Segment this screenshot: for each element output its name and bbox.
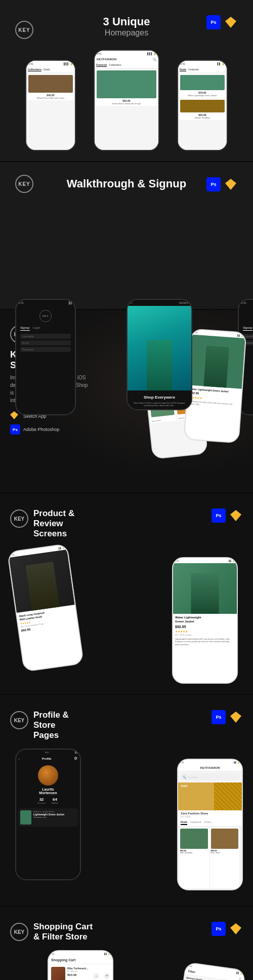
section4-title: Product & Review Screens — [33, 508, 74, 539]
key-logo-1: KEY — [15, 21, 33, 39]
profile-stats: 32 Reviews 64 Wishlist — [38, 797, 59, 804]
ps-icon-5: Ps — [212, 710, 226, 724]
product-phones-area: 9:41▌▌ 🔋 Black Long Jumpsuit With Leathe… — [10, 547, 243, 679]
status-bar-center: 9:41 ▌▌▌ 🔋 — [95, 51, 158, 57]
product-img-dark — [9, 550, 75, 613]
sketch-icon-4 — [229, 508, 243, 523]
brand-header: KEYFASHION 🔍 — [95, 57, 158, 62]
phone-profile: ‹9:41▌▌ ‹ Profile ⚙ Laurits Mortensen — [15, 749, 81, 880]
section-walkthrough: KEY Walkthrough & Signup Ps 9:41▌▌ KEY — [0, 162, 253, 309]
cart-item-1: Ribs Turtleneck... S • Women $93.56 - 1 … — [49, 964, 112, 980]
fashion-img-center — [97, 70, 156, 98]
content-area-center: $92.95 Embroidered Jacket with Fringe — [95, 68, 158, 150]
store-tabs: Deals Featured Colle... — [178, 819, 242, 827]
phone-store: 9:41▌▌ 🔋 KEYFASHION 🔍 Try search... — [177, 759, 243, 890]
cart-title: Shopping Cart — [49, 956, 112, 964]
fashion-card-right-1: $35.95 Water Lightweight Green Jacket — [179, 74, 226, 98]
nav-tabs-center: Featured Collections — [95, 62, 158, 68]
fashion-img-right-2 — [180, 100, 225, 112]
app-icons-4: Ps — [212, 508, 243, 523]
section5-header: KEY Profile & Store Pages Ps — [10, 710, 243, 740]
section4-header: KEY Product & Review Screens Ps — [10, 508, 243, 539]
wishlist-stat: 64 Wishlist — [52, 797, 59, 804]
phone-screen-right-1: 9:41 ▌▌ 🔋 Deals Featured $35.95 Water Li… — [178, 61, 227, 150]
app-icons-6: Ps — [212, 922, 243, 936]
ps-tool-icon: Ps — [10, 424, 20, 435]
fashion-card-center: $92.95 Embroidered Jacket with Fringe — [96, 69, 157, 106]
wishlist-img — [20, 810, 31, 825]
section2-title: Walkthrough & Signup — [67, 177, 186, 190]
section5-title: Profile & Store Pages — [33, 710, 69, 740]
section-product: KEY Product & Review Screens Ps 9:41▌▌ 🔋 — [0, 493, 253, 694]
section1-title-bold: 3 Unique — [103, 15, 150, 28]
qty-control: - 1 + — [93, 967, 110, 980]
fashion-card-right-2: $92.96 Wicker Handbag — [179, 99, 226, 120]
reviews-stat: 32 Reviews — [38, 797, 46, 804]
section-profile: KEY Profile & Store Pages Ps ‹9:41▌▌ ‹ — [0, 695, 253, 906]
section6-title: Shopping Cart & Filter Store — [33, 922, 93, 942]
cyan-fashion-img — [128, 306, 191, 390]
phone-right-1: 9:41 ▌▌ 🔋 Deals Featured $35.95 Water Li… — [177, 60, 228, 151]
sketch-icon-5 — [229, 710, 243, 724]
key-logo-6: KEY — [10, 923, 28, 941]
app-icons-1: Ps — [206, 15, 238, 29]
qty-plus[interactable]: + — [104, 973, 110, 979]
nav-tabs: Collections Deals — [26, 67, 75, 73]
content-area: $40.95 Ribbed Pencil Skirt with Colors — [26, 73, 75, 150]
store-search[interactable]: 🔍 Try search... — [180, 773, 240, 780]
phone-center-1: 9:41 ▌▌▌ 🔋 KEYFASHION 🔍 Featured Collect… — [94, 50, 159, 151]
sketch-icon-1 — [224, 15, 238, 29]
phone-cart: 9:41▌▌ 🔋 Shopping Cart Ribs Turtleneck..… — [48, 950, 113, 980]
ps-icon-6: Ps — [212, 922, 226, 936]
app-icons-2: Ps — [206, 177, 238, 191]
fashion-img — [28, 75, 73, 93]
app-icons-5: Ps — [212, 710, 243, 724]
store-banner: ZARA — [178, 782, 242, 810]
cart-phones-area: 9:41▌▌ 🔋 Filter ✕ Women Quilts XS S M L — [10, 950, 243, 980]
key-logo-4: KEY — [10, 509, 28, 528]
sketch-icon-2 — [224, 177, 238, 191]
section6-header: KEY Shopping Cart & Filter Store Ps — [10, 922, 243, 942]
profile-phones-area: ‹9:41▌▌ ‹ Profile ⚙ Laurits Mortensen — [10, 749, 243, 890]
fashion-card: $40.95 Ribbed Pencil Skirt with Colors — [27, 74, 74, 100]
username-field[interactable]: Username — [20, 334, 71, 339]
qty-minus[interactable]: - — [93, 973, 99, 979]
fashion-img-right-1 — [180, 75, 225, 90]
content-area-right: $35.95 Water Lightweight Green Jacket $9… — [178, 73, 227, 150]
product-main-img — [188, 335, 245, 389]
status-bar-right: 9:41 ▌▌ 🔋 — [178, 61, 227, 67]
status-bar: 9:41 ▌▌▌ 🔋 — [26, 61, 75, 67]
wishlist-item: Added to wishlist Water Lightweight Gree… — [18, 808, 78, 827]
key-logo-5: KEY — [10, 711, 28, 729]
phone-product-right: 9:41▌▌ 🔋 Water Lightweight Green Jacket … — [172, 557, 238, 684]
key-logo-2: KEY — [15, 175, 33, 193]
cart-items: Ribs Turtleneck... S • Women $93.56 - 1 … — [49, 964, 112, 980]
section1-title-sub: Homepages — [103, 28, 150, 37]
phones-walkthrough: 9:41▌▌ KEY Signup Login Username — [10, 198, 243, 299]
store-products: $92.95 Water Lightweight... $45.95 Brown… — [178, 827, 242, 889]
product-img-green — [173, 563, 237, 614]
sketch-tool-icon — [10, 411, 20, 421]
photoshop-icon-1: Ps — [206, 15, 221, 29]
email-field[interactable]: Email — [20, 340, 71, 345]
phone-screen-center-1: 9:41 ▌▌▌ 🔋 KEYFASHION 🔍 Featured Collect… — [95, 51, 158, 150]
sketch-diamond-1 — [225, 17, 236, 28]
phone-filter: 9:41▌▌ 🔋 Filter ✕ Women Quilts XS S M L — [169, 962, 246, 980]
store-brand-header: KEYFASHION — [178, 765, 242, 771]
ps-icon-4: Ps — [212, 508, 226, 523]
password-field[interactable]: Password — [20, 347, 71, 352]
tool-photoshop: Ps Adobe Photoshop — [10, 424, 91, 435]
profile-avatar — [38, 765, 58, 786]
section-homepages: KEY 3 Unique Homepages Ps 9:41 ▌▌▌ 🔋 Col… — [0, 0, 253, 161]
phone-screen-left-1: 9:41 ▌▌▌ 🔋 Collections Deals $40.95 Ribb… — [26, 61, 75, 150]
phone-product-left: 9:41▌▌ 🔋 Black Long Jumpsuit With Leathe… — [7, 543, 84, 672]
phones-container-1: 9:41 ▌▌▌ 🔋 Collections Deals $40.95 Ribb… — [10, 50, 243, 151]
section-cart: KEY Shopping Cart & Filter Store Ps 9:41… — [0, 907, 253, 980]
nav-tabs-right: Deals Featured — [178, 67, 227, 73]
cart-item-img-1 — [51, 967, 65, 980]
phone-uikit-front: 9:41▌▌ 🔋 Water Lightweight Green Jacket … — [183, 328, 246, 443]
sketch-icon-6 — [229, 922, 243, 936]
store-info: Zara Fashion Store 5.0 • 12.5k — [178, 810, 242, 819]
photoshop-icon-2: Ps — [206, 177, 221, 191]
phone-left-1: 9:41 ▌▌▌ 🔋 Collections Deals $40.95 Ribb… — [25, 60, 76, 151]
